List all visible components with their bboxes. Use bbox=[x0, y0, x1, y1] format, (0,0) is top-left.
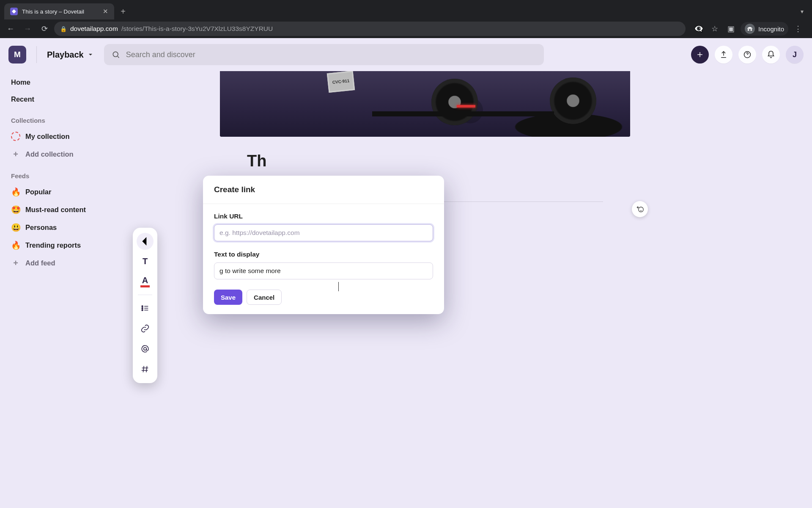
link-url-label: Link URL bbox=[214, 213, 433, 220]
address-bar: ← → ⟳ 🔒 dovetailapp.com/stories/This-is-… bbox=[0, 19, 812, 38]
add-feed-button[interactable]: + Add feed bbox=[8, 254, 114, 272]
fire-icon: 🔥 bbox=[11, 187, 20, 197]
svg-point-3 bbox=[142, 306, 143, 307]
sidebar-recent[interactable]: Recent bbox=[8, 91, 114, 108]
sidebar: Home Recent Collections My collection + … bbox=[0, 71, 122, 508]
text-caret bbox=[338, 282, 339, 291]
sidebar-feed-personas[interactable]: 😃 Personas bbox=[8, 218, 114, 236]
create-link-modal: Create link Link URL Text to display Sav… bbox=[203, 176, 444, 314]
bullet-list-button[interactable] bbox=[137, 299, 154, 317]
sidebar-collection-item[interactable]: My collection bbox=[8, 127, 114, 145]
tab-strip: This is a story – Dovetail ✕ + ▾ bbox=[0, 0, 812, 19]
close-tab-icon[interactable]: ✕ bbox=[103, 8, 108, 15]
bullet-list-icon bbox=[140, 304, 150, 313]
notifications-button[interactable] bbox=[762, 46, 780, 64]
cover-image[interactable]: CVC·911 bbox=[220, 71, 630, 137]
fire-icon: 🔥 bbox=[11, 240, 20, 250]
wheel-rear bbox=[431, 79, 478, 125]
star-eyes-icon: 🤩 bbox=[11, 205, 20, 215]
color-swatch bbox=[140, 285, 150, 287]
url-path: /stories/This-is-a-story-3sYu2V7XlzLU33s… bbox=[121, 25, 273, 33]
kebab-menu-icon[interactable]: ⋮ bbox=[792, 24, 804, 33]
arrow-left-icon bbox=[137, 233, 154, 250]
add-collection-button[interactable]: + Add collection bbox=[8, 145, 114, 163]
app-root: M Playback J bbox=[0, 38, 812, 508]
sidebar-feed-mustread[interactable]: 🤩 Must-read content bbox=[8, 201, 114, 218]
sidebar-home[interactable]: Home bbox=[8, 74, 114, 91]
cancel-button[interactable]: Cancel bbox=[247, 290, 282, 305]
lock-icon: 🔒 bbox=[60, 26, 67, 32]
sidebar-item-label: Must-read content bbox=[25, 206, 86, 214]
svg-point-6 bbox=[144, 348, 146, 350]
sidebar-item-label: Trending reports bbox=[25, 241, 81, 249]
license-plate: CVC·911 bbox=[327, 71, 355, 93]
incognito-chip[interactable]: Incognito bbox=[741, 22, 788, 36]
eye-off-icon[interactable]: 👁‍🗨 bbox=[692, 24, 705, 33]
text-color-button[interactable]: A bbox=[137, 273, 154, 290]
playback-dropdown[interactable]: Playback bbox=[47, 50, 94, 60]
smile-icon: 😃 bbox=[11, 223, 20, 232]
link-icon bbox=[140, 324, 150, 333]
sidebar-item-label: Add feed bbox=[25, 259, 55, 267]
feeds-heading: Feeds bbox=[11, 172, 111, 179]
forward-button[interactable]: → bbox=[20, 22, 35, 36]
sidebar-feed-trending[interactable]: 🔥 Trending reports bbox=[8, 236, 114, 254]
svg-point-0 bbox=[113, 52, 118, 57]
plus-icon: + bbox=[11, 258, 20, 268]
help-button[interactable] bbox=[738, 46, 756, 64]
tabs-menu-button[interactable]: ▾ bbox=[801, 8, 808, 15]
account-avatar[interactable]: J bbox=[786, 46, 804, 64]
mention-button[interactable] bbox=[137, 340, 154, 358]
collection-ring-icon bbox=[11, 132, 20, 141]
search-icon bbox=[112, 50, 120, 59]
svg-point-4 bbox=[142, 308, 143, 309]
plus-icon: + bbox=[11, 149, 20, 159]
back-button[interactable]: ← bbox=[3, 22, 18, 36]
star-icon[interactable]: ☆ bbox=[708, 24, 721, 33]
question-icon bbox=[743, 50, 752, 59]
upload-icon bbox=[719, 50, 728, 59]
browser-tab[interactable]: This is a story – Dovetail ✕ bbox=[4, 3, 114, 19]
save-button[interactable]: Save bbox=[214, 290, 242, 305]
doc-title[interactable]: Th bbox=[247, 152, 603, 170]
workspace-badge[interactable]: M bbox=[8, 46, 26, 64]
playback-label: Playback bbox=[47, 50, 84, 60]
text-display-label: Text to display bbox=[214, 251, 433, 258]
divider bbox=[138, 295, 152, 295]
text-style-button[interactable]: T bbox=[137, 252, 154, 270]
favicon-icon bbox=[10, 8, 18, 15]
svg-point-2 bbox=[639, 207, 644, 212]
modal-title: Create link bbox=[203, 176, 444, 204]
insert-link-button[interactable] bbox=[137, 320, 154, 337]
incognito-label: Incognito bbox=[758, 25, 784, 33]
hashtag-button[interactable] bbox=[137, 360, 154, 378]
sidebar-item-label: My collection bbox=[25, 133, 70, 141]
wheel-front bbox=[550, 77, 596, 124]
chevron-down-icon bbox=[87, 51, 94, 58]
sidebar-feed-popular[interactable]: 🔥 Popular bbox=[8, 183, 114, 201]
share-button[interactable] bbox=[715, 46, 732, 64]
at-icon bbox=[140, 344, 150, 353]
url-field[interactable]: 🔒 dovetailapp.com/stories/This-is-a-stor… bbox=[54, 22, 686, 36]
search-box[interactable] bbox=[104, 44, 544, 65]
plus-icon bbox=[696, 50, 704, 59]
link-url-input[interactable] bbox=[214, 224, 433, 241]
collections-heading: Collections bbox=[11, 117, 111, 124]
new-tab-button[interactable]: + bbox=[116, 7, 130, 17]
url-host: dovetailapp.com bbox=[70, 25, 118, 33]
panel-icon[interactable]: ▣ bbox=[724, 24, 737, 33]
browser-chrome: This is a story – Dovetail ✕ + ▾ ← → ⟳ 🔒… bbox=[0, 0, 812, 38]
search-input[interactable] bbox=[126, 50, 536, 59]
sidebar-item-label: Add collection bbox=[25, 150, 74, 158]
text-display-input[interactable] bbox=[214, 262, 433, 279]
topbar: M Playback J bbox=[0, 38, 812, 71]
ai-assistant-button[interactable] bbox=[632, 201, 648, 217]
incognito-icon bbox=[745, 24, 755, 34]
chrome-right-icons: 👁‍🗨 ☆ ▣ Incognito ⋮ bbox=[688, 22, 809, 36]
car-sill bbox=[372, 111, 554, 116]
sidebar-item-label: Popular bbox=[25, 188, 51, 196]
create-button[interactable] bbox=[691, 46, 709, 64]
toolbar-back-button[interactable] bbox=[137, 233, 154, 250]
tab-title: This is a story – Dovetail bbox=[22, 8, 84, 15]
reload-button[interactable]: ⟳ bbox=[37, 22, 52, 36]
